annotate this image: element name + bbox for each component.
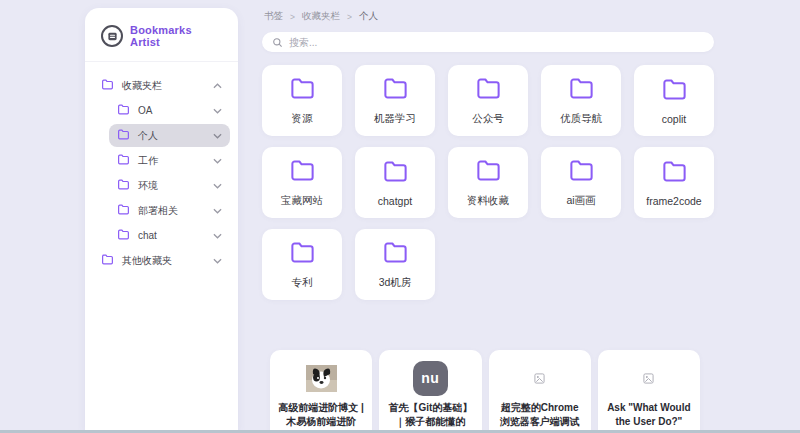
search-input[interactable] bbox=[289, 37, 704, 48]
folder-card-treasure-sites[interactable]: 宝藏网站 bbox=[262, 147, 342, 218]
sidebar-item-label: 部署相关 bbox=[138, 204, 178, 218]
bookmark-card-chrome-debug[interactable]: 超完整的Chrome浏览器客户端调试大全 | ... www.igeekbar.… bbox=[489, 350, 591, 433]
chevron-down-icon[interactable] bbox=[213, 183, 222, 189]
folder-card-ai-painting[interactable]: ai画画 bbox=[541, 147, 621, 218]
bookmark-title: 高级前端进阶博文 | 木易杨前端进阶 bbox=[276, 401, 366, 428]
folder-label: 宝藏网站 bbox=[281, 194, 323, 208]
search-bar bbox=[262, 32, 714, 52]
chevron-down-icon[interactable] bbox=[213, 208, 222, 214]
search-icon bbox=[272, 37, 283, 48]
folder-icon bbox=[289, 157, 316, 188]
breadcrumb-separator: > bbox=[347, 12, 352, 22]
bookmark-logo-icon bbox=[101, 25, 123, 47]
bookmark-title: 超完整的Chrome浏览器客户端调试大全 | ... bbox=[495, 401, 585, 429]
sidebar-item-label: 环境 bbox=[138, 179, 158, 193]
folder-icon bbox=[117, 228, 130, 243]
folder-card-machine-learning[interactable]: 机器学习 bbox=[355, 65, 435, 136]
folder-icon bbox=[101, 253, 114, 268]
sidebar-nav: 收藏夹栏 OA 个人 bbox=[85, 62, 238, 286]
folder-icon bbox=[382, 158, 409, 189]
folder-grid: 资源 机器学习 公众号 优质导航 coplit 宝藏网站 chatgpt 资料 bbox=[262, 65, 714, 300]
folder-icon bbox=[382, 239, 409, 270]
breadcrumb: 书签 > 收藏夹栏 > 个人 bbox=[262, 10, 714, 23]
breadcrumb-separator: > bbox=[290, 12, 295, 22]
folder-label: 专利 bbox=[292, 276, 313, 290]
bookmark-grid: 高级前端进阶博文 | 木易杨前端进阶 muyiy.cn nu 首先【Git的基础… bbox=[270, 350, 700, 433]
folder-label: coplit bbox=[662, 113, 687, 125]
folder-label: 资源 bbox=[292, 112, 313, 126]
folder-icon bbox=[661, 76, 688, 107]
sidebar-item-environment[interactable]: 环境 bbox=[109, 174, 230, 197]
sidebar-item-label: 个人 bbox=[138, 129, 158, 143]
sidebar-item-deployment[interactable]: 部署相关 bbox=[109, 199, 230, 222]
folder-icon bbox=[568, 157, 595, 188]
breadcrumb-item-bookmarks[interactable]: 书签 bbox=[264, 10, 283, 23]
folder-card-coplit[interactable]: coplit bbox=[634, 65, 714, 136]
folder-icon bbox=[117, 103, 130, 118]
nu-logo-text: nu bbox=[413, 361, 448, 396]
sidebar-item-other-bookmarks[interactable]: 其他收藏夹 bbox=[93, 249, 230, 272]
folder-icon bbox=[568, 75, 595, 106]
broken-image-icon bbox=[534, 359, 545, 397]
sidebar-item-work[interactable]: 工作 bbox=[109, 149, 230, 172]
sidebar-item-label: 工作 bbox=[138, 154, 158, 168]
bookmark-card-muyiy[interactable]: 高级前端进阶博文 | 木易杨前端进阶 muyiy.cn bbox=[270, 350, 372, 433]
folder-card-official-accounts[interactable]: 公众号 bbox=[448, 65, 528, 136]
folder-label: ai画画 bbox=[566, 194, 595, 208]
chevron-down-icon[interactable] bbox=[213, 108, 222, 114]
breadcrumb-item-bookmarks-bar[interactable]: 收藏夹栏 bbox=[302, 10, 340, 23]
dog-photo bbox=[306, 359, 337, 397]
main-content: 书签 > 收藏夹栏 > 个人 资源 机器学习 公众号 优质导航 coplit bbox=[262, 10, 714, 433]
sidebar-item-label: 其他收藏夹 bbox=[122, 254, 172, 268]
folder-label: 公众号 bbox=[472, 112, 504, 126]
sidebar: Bookmarks Artist 收藏夹栏 OA 个人 bbox=[85, 8, 238, 433]
folder-label: chatgpt bbox=[378, 195, 412, 207]
chevron-down-icon[interactable] bbox=[213, 258, 222, 264]
sidebar-item-oa[interactable]: OA bbox=[109, 99, 230, 122]
folder-icon bbox=[117, 203, 130, 218]
bookmark-card-what-would-user-do[interactable]: Ask "What Would the User Do?" (You Are..… bbox=[598, 350, 700, 433]
chevron-down-icon[interactable] bbox=[213, 133, 222, 139]
folder-card-quality-nav[interactable]: 优质导航 bbox=[541, 65, 621, 136]
bookmark-card-backlog-git[interactable]: nu 首先【Git的基础】｜猴子都能懂的GIT入门|.. backlog.com bbox=[379, 350, 481, 433]
folder-label: 机器学习 bbox=[374, 112, 416, 126]
chevron-up-icon[interactable] bbox=[213, 83, 222, 89]
folder-icon bbox=[117, 178, 130, 193]
chevron-down-icon[interactable] bbox=[213, 158, 222, 164]
folder-label: 3d机房 bbox=[379, 276, 412, 290]
folder-icon bbox=[661, 158, 688, 189]
folder-icon bbox=[289, 239, 316, 270]
folder-label: 优质导航 bbox=[560, 112, 602, 126]
folder-icon bbox=[101, 78, 114, 93]
folder-icon bbox=[289, 75, 316, 106]
app-logo: Bookmarks Artist bbox=[85, 8, 238, 62]
folder-label: 资料收藏 bbox=[467, 194, 509, 208]
bookmark-title: 首先【Git的基础】｜猴子都能懂的GIT入门|.. bbox=[385, 401, 475, 429]
folder-card-chatgpt[interactable]: chatgpt bbox=[355, 147, 435, 218]
folder-icon bbox=[382, 75, 409, 106]
broken-image-icon bbox=[643, 359, 654, 397]
folder-card-3d-machine-room[interactable]: 3d机房 bbox=[355, 229, 435, 300]
breadcrumb-item-personal: 个人 bbox=[359, 10, 378, 23]
sidebar-item-label: 收藏夹栏 bbox=[122, 79, 162, 93]
folder-icon bbox=[117, 128, 130, 143]
folder-card-data-collection[interactable]: 资料收藏 bbox=[448, 147, 528, 218]
app-title: Bookmarks Artist bbox=[130, 24, 224, 48]
folder-card-resources[interactable]: 资源 bbox=[262, 65, 342, 136]
chevron-down-icon[interactable] bbox=[213, 233, 222, 239]
folder-card-frame2code[interactable]: frame2code bbox=[634, 147, 714, 218]
sidebar-item-chat[interactable]: chat bbox=[109, 224, 230, 247]
folder-label: frame2code bbox=[646, 195, 701, 207]
nu-logo: nu bbox=[413, 359, 448, 397]
bookmark-title: Ask "What Would the User Do?" (You Are..… bbox=[604, 401, 694, 429]
sidebar-item-bookmarks-bar[interactable]: 收藏夹栏 bbox=[93, 74, 230, 97]
folder-card-patents[interactable]: 专利 bbox=[262, 229, 342, 300]
sidebar-item-label: chat bbox=[138, 230, 157, 241]
folder-icon bbox=[475, 157, 502, 188]
folder-icon bbox=[117, 153, 130, 168]
sidebar-item-personal[interactable]: 个人 bbox=[109, 124, 230, 147]
folder-icon bbox=[475, 75, 502, 106]
sidebar-item-label: OA bbox=[138, 105, 152, 116]
